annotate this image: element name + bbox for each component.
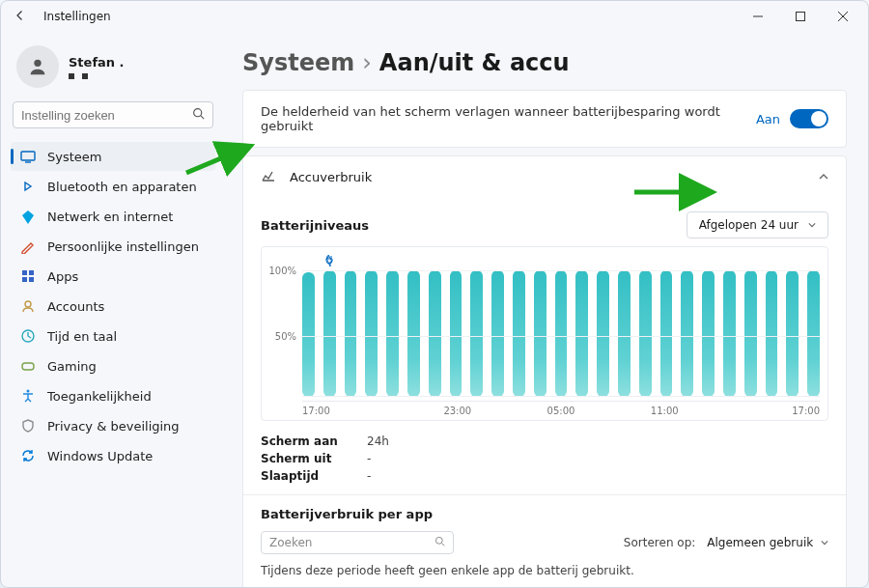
sidebar-item-apps[interactable]: Apps xyxy=(11,262,215,291)
chevron-down-icon xyxy=(821,539,828,546)
brightness-card: De helderheid van het scherm verlagen wa… xyxy=(242,90,847,148)
chart-bar[interactable] xyxy=(597,270,609,397)
chart-bar[interactable] xyxy=(470,270,483,397)
chart-bar[interactable] xyxy=(323,270,336,397)
chart-bar[interactable] xyxy=(407,270,420,397)
close-button[interactable] xyxy=(822,2,864,31)
sidebar-item-label: Toegankelijkheid xyxy=(47,389,152,404)
arrow-left-icon xyxy=(14,10,26,21)
per-app-empty-note: Tijdens deze periode heeft geen enkele a… xyxy=(261,564,828,577)
netwerk-icon xyxy=(20,209,36,224)
search-icon xyxy=(434,536,445,549)
chart-bar[interactable] xyxy=(702,270,715,397)
time-range-label: Afgelopen 24 uur xyxy=(699,218,799,232)
battery-usage-header[interactable]: Accuverbruik xyxy=(243,156,846,198)
chart-bar[interactable] xyxy=(450,270,463,397)
sidebar-item-persoonlijk[interactable]: Persoonlijke instellingen xyxy=(11,232,215,261)
y-tick-100: 100% xyxy=(268,266,296,276)
settings-search-input[interactable] xyxy=(21,108,192,123)
brightness-saver-toggle[interactable] xyxy=(790,109,828,128)
chart-bar[interactable] xyxy=(723,270,736,397)
chart-bar[interactable] xyxy=(639,270,652,397)
minimize-button[interactable] xyxy=(737,2,779,31)
user-row[interactable]: Stefan . xyxy=(11,42,215,101)
breadcrumb-parent[interactable]: Systeem xyxy=(242,49,354,76)
chart-bar[interactable] xyxy=(345,270,357,397)
chart-bar[interactable] xyxy=(513,270,525,397)
chart-bar[interactable] xyxy=(786,270,799,397)
per-app-search[interactable]: Zoeken xyxy=(261,531,454,554)
screen-time-stats: Scherm aan 24h Scherm uit - Slaaptijd - xyxy=(261,434,828,483)
sidebar-item-tijd[interactable]: Tijd en taal xyxy=(11,322,215,350)
sidebar-item-label: Accounts xyxy=(47,299,104,314)
person-icon xyxy=(27,56,48,77)
nav-list: SysteemBluetooth en apparatenNetwerk en … xyxy=(11,142,215,470)
y-tick-50: 50% xyxy=(275,331,296,342)
sidebar-item-bluetooth[interactable]: Bluetooth en apparaten xyxy=(11,172,215,201)
sidebar-item-update[interactable]: Windows Update xyxy=(11,441,215,470)
privacy-icon xyxy=(20,418,36,434)
close-icon xyxy=(838,12,848,21)
sidebar-item-netwerk[interactable]: Netwerk en internet xyxy=(11,202,215,231)
sort-dropdown[interactable]: Algemeen gebruik xyxy=(707,536,828,549)
stat-screen-on-value: 24h xyxy=(367,434,828,448)
svg-rect-12 xyxy=(29,277,34,282)
chart-bar[interactable] xyxy=(429,270,441,397)
bluetooth-icon xyxy=(20,179,36,194)
chart-bar[interactable] xyxy=(744,270,757,397)
svg-rect-15 xyxy=(22,363,34,370)
chart-bar[interactable] xyxy=(365,270,378,397)
svg-line-18 xyxy=(442,544,445,546)
sidebar-item-privacy[interactable]: Privacy & beveiliging xyxy=(11,411,215,440)
stat-sleep-value: - xyxy=(367,469,828,483)
sidebar-item-label: Privacy & beveiliging xyxy=(47,419,180,434)
svg-rect-1 xyxy=(797,13,805,21)
svg-rect-7 xyxy=(21,152,35,160)
sidebar-item-systeem[interactable]: Systeem xyxy=(11,142,215,171)
search-icon xyxy=(192,107,205,123)
chart-bar[interactable] xyxy=(491,270,504,397)
stat-screen-off-value: - xyxy=(367,452,828,465)
maximize-button[interactable] xyxy=(779,2,822,31)
breadcrumb-sep: › xyxy=(362,49,372,76)
toggle-state-label: Aan xyxy=(756,112,780,126)
sidebar-item-toegankelijkheid[interactable]: Toegankelijkheid xyxy=(11,381,215,410)
update-icon xyxy=(20,448,36,463)
content: Systeem › Aan/uit & accu De helderheid v… xyxy=(225,32,868,587)
sidebar-item-accounts[interactable]: Accounts xyxy=(11,292,215,321)
breadcrumb: Systeem › Aan/uit & accu xyxy=(242,49,847,76)
titlebar: Instellingen xyxy=(1,1,868,32)
chart-bar[interactable] xyxy=(555,270,568,397)
chevron-up-icon xyxy=(819,171,828,184)
sidebar-item-gaming[interactable]: Gaming xyxy=(11,351,215,380)
user-status xyxy=(69,73,125,79)
sort-label: Sorteren op: xyxy=(624,536,695,549)
chart-bar[interactable] xyxy=(807,270,820,397)
chart-bar[interactable] xyxy=(618,270,631,397)
chart-bar[interactable] xyxy=(302,272,315,397)
svg-line-6 xyxy=(201,116,204,119)
chart-bar[interactable] xyxy=(386,270,399,397)
page-title: Aan/uit & accu xyxy=(379,49,570,76)
chart-bar[interactable] xyxy=(681,270,693,397)
charging-icon xyxy=(325,255,335,269)
battery-usage-card: Accuverbruik Batterijniveaus Afgelopen 2… xyxy=(242,155,847,587)
svg-point-5 xyxy=(194,109,202,117)
stat-sleep-label: Slaaptijd xyxy=(261,469,367,483)
svg-rect-10 xyxy=(29,270,34,275)
chart-bar[interactable] xyxy=(660,270,673,397)
toegankelijkheid-icon xyxy=(20,388,36,404)
apps-icon xyxy=(20,268,36,284)
settings-search[interactable] xyxy=(13,101,213,128)
time-range-dropdown[interactable]: Afgelopen 24 uur xyxy=(687,211,828,238)
avatar xyxy=(16,45,59,88)
chart-bar[interactable] xyxy=(766,270,778,397)
back-button[interactable] xyxy=(11,10,30,24)
svg-rect-9 xyxy=(22,270,27,275)
chart-bar[interactable] xyxy=(534,270,547,397)
brightness-saver-label: De helderheid van het scherm verlagen wa… xyxy=(261,104,756,133)
window-title: Instellingen xyxy=(43,10,111,23)
svg-point-16 xyxy=(27,390,30,393)
sidebar-item-label: Windows Update xyxy=(47,449,153,463)
chart-bar[interactable] xyxy=(575,270,588,397)
